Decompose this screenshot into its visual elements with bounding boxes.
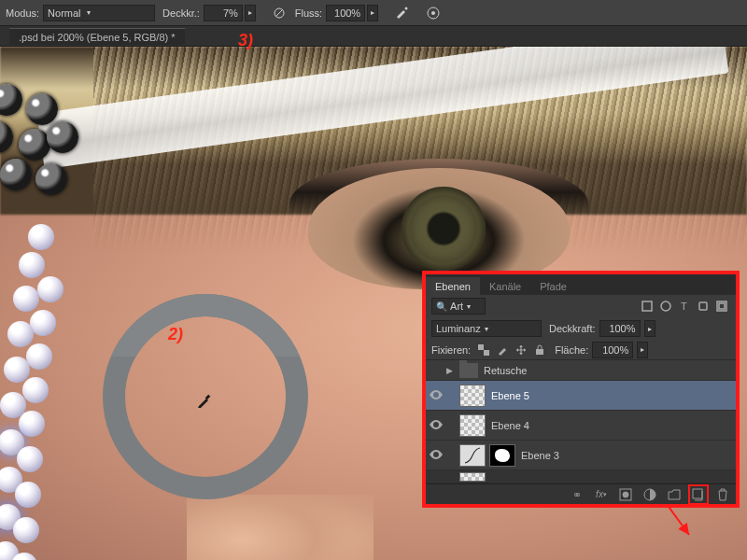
- svg-point-3: [431, 11, 435, 15]
- layer-list: ▶ Retusche Ebene 5 Ebene 4 Ebene 3: [426, 360, 736, 483]
- adjustment-thumbnail[interactable]: [459, 444, 486, 467]
- svg-rect-15: [536, 349, 543, 355]
- add-mask-icon[interactable]: [618, 487, 633, 502]
- layer-thumbnail: [459, 472, 486, 482]
- trash-icon[interactable]: [715, 487, 730, 502]
- new-adjustment-icon[interactable]: [642, 487, 657, 502]
- visibility-eye-icon[interactable]: [430, 390, 443, 401]
- tab-channels[interactable]: Kanäle: [480, 277, 530, 295]
- annotation-3: 3): [238, 31, 253, 50]
- folder-icon: [459, 363, 478, 378]
- layer-row-partial: [426, 470, 736, 483]
- layer-name[interactable]: Ebene 4: [491, 420, 736, 431]
- filter-smart-icon[interactable]: [713, 298, 730, 315]
- pressure-opacity-icon[interactable]: [269, 3, 289, 23]
- panel-tabs: Ebenen Kanäle Pfade: [426, 274, 736, 295]
- fill-label: Fläche:: [555, 344, 588, 356]
- lock-position-icon[interactable]: [514, 343, 529, 357]
- layer-group[interactable]: ▶ Retusche: [426, 360, 736, 381]
- blend-mode-dropdown[interactable]: Luminanz▾: [431, 320, 542, 337]
- flow-field[interactable]: 100%: [326, 5, 365, 21]
- layer-name[interactable]: Ebene 5: [491, 390, 736, 401]
- layer-name[interactable]: Retusche: [484, 365, 736, 376]
- airbrush-icon[interactable]: [391, 3, 412, 23]
- opacity-field[interactable]: 7%: [204, 5, 243, 21]
- svg-rect-12: [719, 303, 725, 309]
- layer-thumbnail[interactable]: [459, 414, 486, 437]
- svg-rect-20: [693, 489, 702, 498]
- new-layer-icon[interactable]: [691, 487, 706, 502]
- layer-name[interactable]: Ebene 3: [521, 450, 736, 461]
- pressure-size-icon[interactable]: [423, 3, 444, 23]
- layer-row[interactable]: Ebene 3: [426, 441, 736, 470]
- mode-label: Modus:: [6, 7, 39, 19]
- fx-icon[interactable]: fx▾: [594, 487, 609, 502]
- opacity-label: Deckkr.:: [162, 7, 200, 19]
- layer-filter-dropdown[interactable]: 🔍 Art▾: [431, 298, 486, 315]
- filter-pixel-icon[interactable]: [639, 298, 655, 315]
- tab-layers[interactable]: Ebenen: [426, 277, 480, 295]
- visibility-eye-icon[interactable]: [430, 450, 443, 461]
- svg-point-1: [405, 7, 408, 9]
- mask-thumbnail[interactable]: [489, 444, 515, 467]
- link-layers-icon[interactable]: ⚭: [570, 487, 585, 502]
- flow-stepper[interactable]: ▸: [367, 5, 378, 21]
- blend-mode-value: Normal: [48, 7, 80, 19]
- lock-pixels-icon[interactable]: [495, 343, 510, 357]
- lock-all-icon[interactable]: [532, 343, 547, 357]
- svg-rect-14: [484, 350, 489, 356]
- document-tab-bar: .psd bei 200% (Ebene 5, RGB/8) *: [0, 26, 747, 47]
- lock-fill-row: Fixieren: Fläche: 100% ▸: [426, 340, 736, 360]
- options-bar: Modus: Normal ▾ Deckkr.: 7% ▸ Fluss: 100…: [0, 0, 747, 26]
- layer-thumbnail[interactable]: [459, 385, 486, 407]
- svg-point-8: [661, 301, 670, 311]
- tab-paths[interactable]: Pfade: [530, 277, 576, 295]
- layer-row-selected[interactable]: Ebene 5: [426, 381, 736, 411]
- annotation-2: 2): [168, 325, 183, 344]
- svg-rect-10: [699, 302, 707, 310]
- layer-filter-row: 🔍 Art▾ T: [426, 295, 736, 317]
- layer-opacity-label: Deckkraft:: [549, 323, 596, 334]
- flow-label: Fluss:: [295, 7, 322, 19]
- blend-mode-dropdown[interactable]: Normal ▾: [43, 5, 155, 21]
- eyedropper-cursor-icon: [196, 392, 213, 413]
- svg-rect-13: [478, 344, 484, 350]
- svg-rect-4: [205, 395, 211, 400]
- layers-panel: Ebenen Kanäle Pfade 🔍 Art▾ T Luminanz▾ D…: [422, 271, 740, 508]
- blend-opacity-row: Luminanz▾ Deckkraft: 100% ▸: [426, 317, 736, 340]
- svg-text:T: T: [681, 301, 687, 312]
- filter-type-icon[interactable]: T: [676, 298, 693, 315]
- lock-label: Fixieren:: [431, 344, 471, 356]
- document-tab[interactable]: .psd bei 200% (Ebene 5, RGB/8) *: [9, 28, 185, 45]
- visibility-eye-icon[interactable]: [430, 420, 443, 431]
- opacity-stepper[interactable]: ▸: [245, 5, 256, 21]
- layer-row[interactable]: Ebene 4: [426, 411, 736, 441]
- fill-field[interactable]: 100%: [592, 342, 633, 358]
- svg-point-18: [623, 492, 628, 497]
- filter-adjustment-icon[interactable]: [657, 298, 674, 315]
- collapse-arrow-icon[interactable]: ▶: [446, 366, 459, 375]
- chevron-down-icon: ▾: [87, 8, 91, 17]
- filter-shape-icon[interactable]: [695, 298, 712, 315]
- layer-opacity-field[interactable]: 100%: [599, 320, 641, 337]
- layers-footer: ⚭ fx▾: [426, 483, 736, 504]
- lock-transparency-icon[interactable]: [476, 343, 491, 357]
- svg-rect-7: [642, 301, 652, 311]
- opacity-stepper[interactable]: ▸: [644, 320, 655, 337]
- new-group-icon[interactable]: [667, 487, 682, 502]
- fill-stepper[interactable]: ▸: [637, 342, 648, 358]
